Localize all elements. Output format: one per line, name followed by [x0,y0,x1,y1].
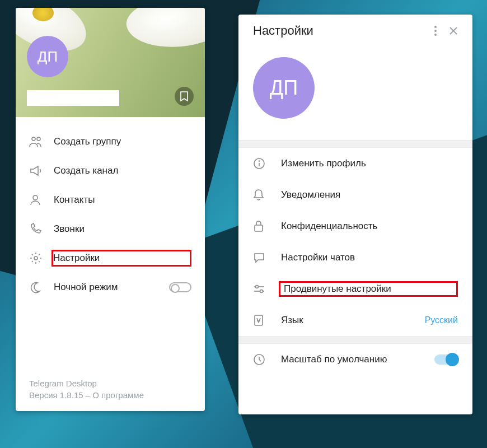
main-menu-list: Создать группу Создать канал Контакты Зв… [16,117,205,302]
menu-label: Контакты [54,194,191,206]
svg-point-9 [259,161,260,161]
svg-point-3 [34,256,38,260]
menu-calls[interactable]: Звонки [16,214,205,244]
profile-row[interactable]: ДП [238,47,472,140]
night-mode-toggle[interactable] [169,282,191,292]
group-icon [29,136,54,148]
section-divider [238,336,472,344]
sliders-icon [253,284,281,294]
setting-advanced[interactable]: Продвинутые настройки [238,273,472,305]
settings-header: Настройки [238,15,472,47]
settings-title: Настройки [253,24,427,38]
setting-label: Продвинутые настройки [279,281,458,297]
setting-label: Масштаб по умолчанию [281,354,434,365]
svg-point-0 [32,137,35,141]
phone-number-masked [27,90,119,106]
svg-point-14 [260,290,263,293]
menu-label: Создать группу [54,136,191,147]
menu-new-channel[interactable]: Создать канал [16,156,205,185]
language-icon [253,314,281,326]
language-value: Русский [425,315,458,325]
svg-point-13 [256,286,259,288]
scale-icon [253,353,281,366]
profile-hero: ДП [16,8,205,117]
menu-label: Звонки [54,223,191,235]
setting-label: Язык [281,315,425,326]
setting-label: Настройки чатов [281,252,458,263]
contact-icon [29,194,54,206]
svg-point-4 [434,26,437,28]
svg-rect-15 [255,315,263,325]
saved-messages-button[interactable] [175,87,194,106]
menu-new-group[interactable]: Создать группу [16,127,205,156]
gear-icon [29,251,54,265]
svg-point-5 [434,30,437,32]
setting-label: Уведомления [281,189,458,200]
avatar[interactable]: ДП [27,36,68,77]
setting-edit-profile[interactable]: Изменить профиль [238,148,472,179]
setting-chat[interactable]: Настройки чатов [238,242,472,273]
menu-contacts[interactable]: Контакты [16,185,205,214]
settings-panel: Настройки ДП Изменить профиль Уведомлени… [238,15,472,414]
scale-toggle[interactable] [434,354,458,365]
setting-language[interactable]: Язык Русский [238,305,472,336]
app-version[interactable]: Версия 1.8.15 – О программе [29,390,144,400]
moon-icon [29,281,54,293]
background-flower [124,8,205,54]
bell-icon [253,189,281,201]
setting-privacy[interactable]: Конфиденциальность [238,211,472,242]
lock-icon [253,220,281,232]
setting-default-scale[interactable]: Масштаб по умолчанию [238,344,472,375]
phone-icon [29,223,54,235]
app-footer: Telegram Desktop Версия 1.8.15 – О прогр… [29,379,144,400]
svg-point-2 [33,195,38,200]
menu-night-mode[interactable]: Ночной режим [16,273,205,302]
svg-point-6 [434,34,437,36]
avatar: ДП [253,57,315,119]
dots-vertical-icon [434,26,437,36]
section-divider [238,140,472,148]
menu-label: Ночной режим [54,282,169,293]
close-icon [449,26,458,35]
chat-icon [253,252,281,263]
menu-label: Создать канал [54,165,191,176]
bookmark-icon [180,91,189,101]
menu-settings[interactable]: Настройки [16,244,205,273]
info-icon [253,157,281,170]
setting-label: Конфиденциальность [281,221,458,232]
close-button[interactable] [444,22,462,40]
main-menu-panel: ДП Создать группу Создать канал Контакты [16,8,205,411]
app-name: Telegram Desktop [29,379,144,388]
svg-rect-10 [255,225,263,231]
setting-label: Изменить профиль [281,158,458,169]
megaphone-icon [29,165,54,177]
setting-notifications[interactable]: Уведомления [238,179,472,211]
svg-point-1 [37,137,40,141]
menu-label: Настройки [51,250,191,267]
more-menu-button[interactable] [427,22,444,40]
